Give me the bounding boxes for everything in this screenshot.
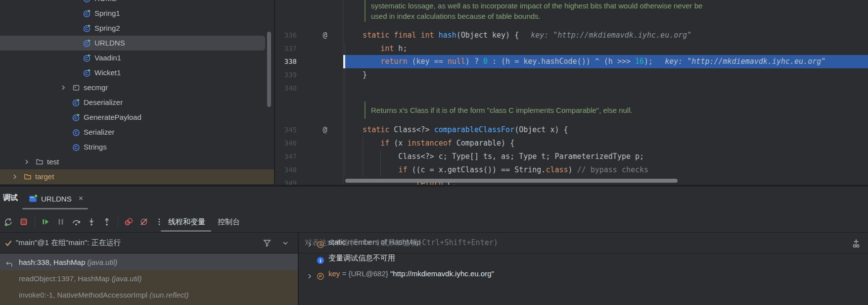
class-icon: C (72, 128, 80, 136)
tree-item-spring2[interactable]: CSpring2 (0, 21, 274, 36)
tree-item-generatepayload[interactable]: CGeneratePayload (0, 110, 274, 125)
tree-item-target[interactable]: target (0, 169, 274, 184)
code-line-347[interactable]: 347 Class<?> c; Type[] ts, as; Type t; P… (275, 150, 868, 163)
stack-frame-row[interactable]: invoke:62, NativeMethodAccessorImpl (sun… (0, 303, 298, 305)
rerun-debug-button[interactable] (2, 215, 15, 228)
tree-item-label: test (47, 157, 59, 167)
rerun-icon (4, 217, 13, 226)
info-icon: i (317, 254, 324, 262)
project-tree-panel: CROMECSpring1CSpring2CURLDNSCVaadin1CWic… (0, 0, 274, 185)
doc-comment-line[interactable]: used in index calculations because of ta… (371, 11, 541, 21)
tree-item-rome[interactable]: CROME (0, 0, 274, 6)
class-icon: C (83, 0, 91, 2)
chevron-right-icon[interactable] (306, 270, 314, 278)
line-number[interactable]: 339 (275, 68, 297, 82)
tree-item-urldns[interactable]: CURLDNS (0, 36, 265, 51)
code-text: if (x instanceof Comparable) { (345, 137, 514, 150)
project-tree-scrollbar[interactable] (267, 32, 271, 107)
stop-button[interactable] (17, 215, 30, 228)
mute-icon (139, 217, 148, 226)
chevron-right-icon[interactable] (23, 158, 31, 166)
code-line-339[interactable]: 339 } (275, 68, 868, 82)
step-into-icon (87, 217, 96, 226)
variable-row[interactable]: i变量调试信息不可用 (299, 250, 868, 266)
code-line-345[interactable]: 345@ static Class<?> comparableClassFor(… (275, 123, 868, 137)
tree-item-deserializer[interactable]: CDeserializer (0, 95, 274, 110)
code-text: Class<?> c; Type[] ts, as; Type t; Param… (345, 150, 644, 163)
line-number[interactable]: 349 (275, 177, 297, 185)
code-line-337[interactable]: 337 int h; (275, 42, 868, 55)
editor-horizontal-scrollbar[interactable] (345, 179, 678, 183)
code-line-346[interactable]: 346 if (x instanceof Comparable) { (275, 137, 868, 150)
svg-text:C: C (85, 71, 88, 76)
close-tab-icon[interactable]: × (79, 194, 83, 203)
code-line-348[interactable]: 348 if ((c = x.getClass()) == String.cla… (275, 163, 868, 177)
tree-item-spring1[interactable]: CSpring1 (0, 6, 274, 21)
stack-frame-row[interactable]: readObject:1397, HashMap (java.util) (0, 270, 298, 287)
svg-text:S: S (319, 242, 322, 247)
tree-item-test[interactable]: test (0, 154, 274, 169)
line-number[interactable]: 337 (275, 42, 297, 55)
code-text: int h; (345, 42, 407, 55)
chevron-down-icon[interactable] (281, 239, 289, 247)
chevron-right-icon[interactable] (11, 173, 19, 181)
line-number[interactable]: 348 (275, 163, 297, 177)
tab-console[interactable]: 控制台 (218, 217, 240, 227)
resume-button[interactable] (39, 215, 52, 228)
tree-item-serializer[interactable]: CSerializer (0, 125, 274, 140)
toolbar-separator (35, 217, 35, 227)
line-number[interactable]: 345 (275, 123, 297, 137)
frame-package: (java.util) (112, 274, 142, 283)
frame-label: invoke0:-1, NativeMethodAccessorImpl (su… (19, 287, 188, 303)
static-members-icon: S (317, 238, 324, 246)
annotation-gutter-icon[interactable]: @ (319, 123, 331, 137)
step-into-button[interactable] (85, 215, 98, 228)
variable-row[interactable]: Sstatic members of HashMap (299, 234, 868, 250)
line-number[interactable]: 336 (275, 29, 297, 42)
frame-label: invoke:62, NativeMethodAccessorImpl (sun… (19, 303, 186, 305)
more-options-button[interactable] (153, 215, 166, 228)
step-out-button[interactable] (100, 215, 113, 228)
tree-item-wicket1[interactable]: CWicket1 (0, 65, 274, 80)
line-number[interactable]: 347 (275, 150, 297, 163)
debug-session-tab[interactable]: URLDNS × (29, 190, 83, 207)
tree-item-label: URLDNS (94, 38, 125, 48)
variable-row[interactable]: Pkey = {URL@682} "http://mkdiemavdk.iyhc… (299, 266, 868, 282)
code-line-338[interactable]: 338 return (key == null) ? 0 : (h = key.… (275, 55, 868, 68)
pause-button[interactable] (54, 215, 67, 228)
doc-comment-line[interactable]: systematic lossage, as well as to incorp… (371, 0, 702, 11)
view-breakpoints-button[interactable] (122, 215, 135, 228)
line-number[interactable]: 338 (275, 55, 297, 68)
tree-item-vaadin1[interactable]: CVaadin1 (0, 51, 274, 65)
tree-item-label: Spring1 (94, 8, 120, 18)
code-line-340[interactable]: 340 (275, 82, 868, 95)
code-line-336[interactable]: 336@ static final int hash(Object key) {… (275, 29, 868, 42)
thread-row[interactable]: "main"@1 在组"main": 正在运行 (0, 233, 298, 254)
code-editor[interactable]: systematic lossage, as well as to incorp… (275, 0, 868, 185)
frame-label: hash:338, HashMap (java.util) (19, 254, 117, 270)
stack-frame-row[interactable]: hash:338, HashMap (java.util) (0, 254, 298, 270)
tree-item-label: target (35, 172, 54, 182)
tree-item-strings[interactable]: CStrings (0, 140, 274, 154)
stack-frame-row[interactable]: invoke0:-1, NativeMethodAccessorImpl (su… (0, 287, 298, 303)
svg-text:C: C (75, 145, 78, 150)
mute-breakpoints-button[interactable] (137, 215, 150, 228)
svg-text:C: C (85, 26, 88, 31)
pause-icon (56, 217, 65, 226)
tree-item-label: ROME (94, 0, 117, 3)
svg-text:C: C (74, 115, 77, 120)
doc-comment-line[interactable]: Returns x's Class if it is of the form "… (371, 105, 633, 115)
tree-item-label: GeneratePayload (84, 112, 141, 122)
line-number[interactable]: 346 (275, 137, 297, 150)
step-over-button[interactable] (70, 215, 83, 228)
chevron-right-icon[interactable] (59, 84, 67, 92)
thread-running-check-icon (4, 239, 13, 248)
tree-item-secmgr[interactable]: secmgr (0, 80, 274, 95)
tab-threads-and-variables[interactable]: 线程和变量 (168, 217, 205, 227)
filter-icon[interactable] (263, 239, 272, 248)
line-number[interactable]: 340 (275, 82, 297, 95)
chevron-right-icon[interactable] (306, 238, 314, 246)
annotation-gutter-icon[interactable]: @ (319, 29, 331, 42)
folder-icon (36, 158, 44, 166)
folder-icon (24, 173, 32, 181)
